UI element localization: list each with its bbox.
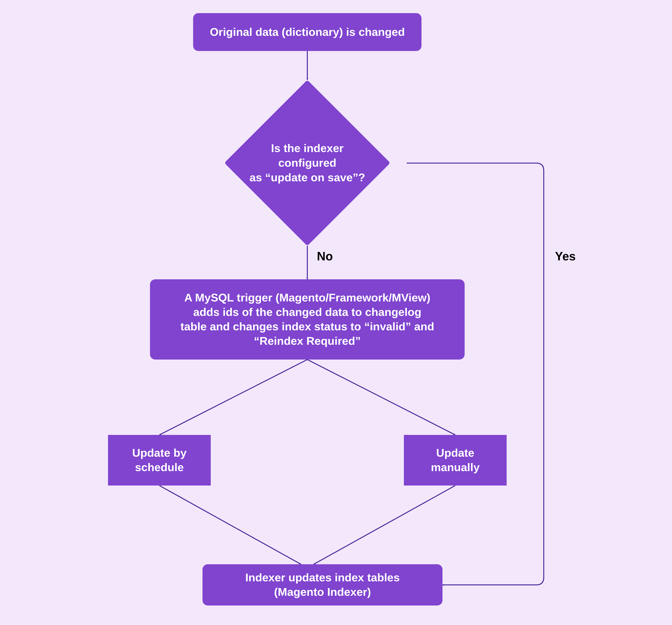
node-decision-text: Is the indexer configured as “update on … [249,141,366,185]
node-trigger-text: A MySQL trigger (Magento/Framework/MView… [181,291,434,348]
edge-label-yes: Yes [555,249,576,263]
node-start-text: Original data (dictionary) is changed [210,25,405,39]
node-update-schedule: Update by schedule [108,435,211,485]
decision-line1: Is the indexer configured [271,142,344,169]
trigger-line3: table and changes index status to “inval… [181,320,434,333]
schedule-line2: schedule [135,461,184,474]
end-line1: Indexer updates index tables [245,571,400,584]
edge-label-no: No [317,249,333,263]
node-update-manual-text: Update manually [431,446,480,475]
schedule-line1: Update by [132,447,187,459]
node-update-schedule-text: Update by schedule [132,446,187,475]
trigger-line2: adds ids of the changed data to changelo… [193,306,422,318]
node-start: Original data (dictionary) is changed [193,13,422,51]
node-end-text: Indexer updates index tables (Magento In… [245,571,400,599]
trigger-line4: “Reindex Required” [254,335,361,347]
trigger-line1: A MySQL trigger (Magento/Framework/MView… [184,291,430,304]
end-line2: (Magento Indexer) [274,586,371,598]
node-update-manual: Update manually [404,435,507,485]
node-end: Indexer updates index tables (Magento In… [202,564,442,605]
decision-line2: as “update on save”? [249,171,365,184]
manual-line2: manually [431,461,480,474]
node-decision: Is the indexer configured as “update on … [249,104,366,222]
node-trigger: A MySQL trigger (Magento/Framework/MView… [150,279,465,360]
manual-line1: Update [436,447,474,459]
